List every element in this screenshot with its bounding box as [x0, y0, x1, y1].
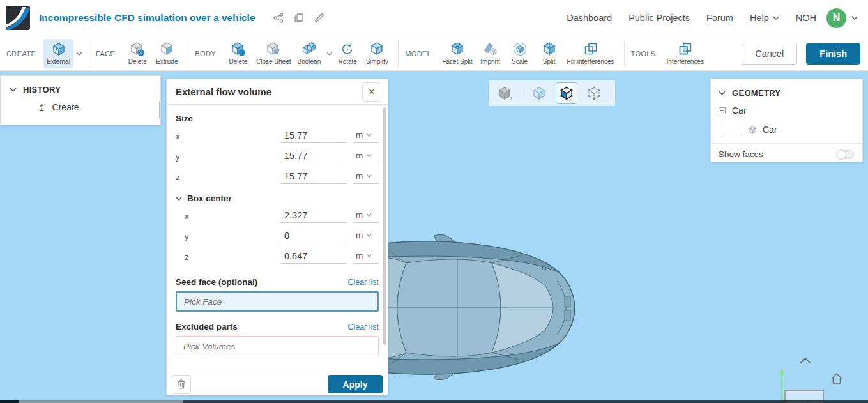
box-center-x-input[interactable] [280, 209, 347, 223]
group-label-body: BODY [195, 50, 216, 57]
collapse-chevron-icon [176, 197, 182, 201]
tree-node-car-child[interactable]: Car [748, 125, 862, 135]
pick-volumes-input[interactable] [176, 336, 379, 356]
nav-forum[interactable]: Forum [706, 13, 733, 23]
size-z-unit-select[interactable]: m [353, 170, 379, 184]
toolbar-button-boolean[interactable]: Boolean [294, 39, 324, 68]
box-center-y-row: y m [176, 226, 379, 247]
chevron-down-icon [367, 234, 372, 237]
chevron-down-icon [367, 254, 372, 257]
box-center-z-input[interactable] [280, 250, 347, 264]
group-label-face: FACE [96, 50, 115, 57]
geometry-panel-header[interactable]: GEOMETRY [711, 79, 862, 98]
history-panel-header[interactable]: HISTORY [1, 76, 160, 95]
box-center-z-unit-select[interactable]: m [353, 250, 379, 264]
toolbar-button-close-sheet[interactable]: Close Sheet [253, 39, 294, 68]
view-mode-translucent-button[interactable] [528, 82, 550, 104]
body-delete-icon [231, 42, 246, 57]
view-mode-shaded-edges-button[interactable] [556, 82, 577, 104]
toolbar-button-external[interactable]: External [43, 39, 73, 68]
share-icon[interactable] [273, 13, 284, 23]
delete-operation-button[interactable] [172, 375, 191, 394]
collapse-chevron-icon [10, 87, 17, 92]
nav-rotate-up-chevron[interactable] [801, 358, 810, 363]
box-center-x-unit-select[interactable]: m [353, 209, 379, 223]
seed-face-clear-list-link[interactable]: Clear list [347, 278, 379, 287]
group-label-model: MODEL [405, 50, 431, 57]
create-operation-icon: ↥ [38, 103, 46, 112]
panel-resize-handle[interactable] [712, 121, 715, 138]
toolbar-button-body-delete[interactable]: Delete [224, 39, 253, 68]
dialog-scrollbar[interactable] [383, 107, 386, 345]
size-y-unit-select[interactable]: m [353, 149, 379, 163]
scale-icon [512, 42, 528, 57]
shaded-edges-cube-icon [559, 86, 574, 101]
external-dropdown-chevron-icon[interactable] [76, 52, 82, 56]
simscale-logo[interactable] [6, 6, 30, 30]
nav-help[interactable]: Help [750, 13, 779, 23]
tree-collapse-box-icon[interactable] [719, 107, 726, 114]
view-mode-solid-button[interactable] [494, 82, 516, 104]
size-x-input[interactable] [280, 129, 347, 143]
geometry-panel: GEOMETRY Car Car Show faces [710, 79, 863, 162]
home-view-icon[interactable] [832, 374, 842, 383]
solid-body-cube-icon [748, 125, 758, 135]
nav-public-projects[interactable]: Public Projects [628, 13, 690, 23]
boolean-icon [301, 42, 317, 57]
nav-dashboard[interactable]: Dashboard [567, 13, 612, 23]
toolbar-button-fix-interferences[interactable]: Fix interferences [564, 39, 618, 68]
duplicate-icon[interactable] [294, 13, 304, 23]
facet-split-icon [450, 42, 465, 57]
external-flow-cube-icon [51, 42, 66, 57]
toolbar-button-interferences[interactable]: Interferences [664, 39, 707, 68]
size-section-label: Size [176, 114, 379, 123]
toolbar-button-facet-split[interactable]: Facet Split [439, 39, 475, 68]
excluded-parts-clear-list-link[interactable]: Clear list [347, 323, 379, 331]
toolbar-button-extrude[interactable]: Extrude [152, 39, 181, 68]
imprint-icon [483, 42, 498, 57]
toolbar-group-face: FACE Delete Extrude [89, 39, 188, 68]
horizontal-scrollbar-thumb[interactable] [19, 400, 183, 403]
toolbar-button-scale[interactable]: Scale [505, 39, 535, 68]
close-sheet-icon [266, 42, 281, 57]
size-x-unit-select[interactable]: m [353, 129, 379, 143]
edit-pencil-icon[interactable] [314, 13, 324, 23]
finish-button[interactable]: Finish [806, 43, 860, 65]
size-z-input[interactable] [280, 170, 347, 184]
toolbar-button-rotate[interactable]: Rotate [333, 39, 362, 68]
panel-resize-handle[interactable] [158, 102, 161, 118]
cancel-button[interactable]: Cancel [742, 43, 797, 65]
size-y-input[interactable] [280, 149, 347, 163]
group-label-create: CREATE [6, 50, 36, 57]
toolbar-button-split[interactable]: Split [535, 39, 564, 68]
geometry-tree: Car Car [711, 105, 862, 135]
avatar[interactable]: N [826, 8, 846, 28]
excluded-parts-label: Excluded parts [176, 322, 238, 331]
geometry-panel-title: GEOMETRY [732, 88, 780, 98]
collapse-chevron-icon [719, 91, 726, 95]
show-faces-toggle[interactable] [837, 150, 855, 159]
close-icon[interactable]: × [362, 82, 381, 102]
toolbar-button-imprint[interactable]: Imprint [476, 39, 505, 68]
chevron-down-icon [773, 16, 779, 20]
toolbar-button-face-delete[interactable]: Delete [123, 39, 152, 68]
rotate-icon [340, 42, 355, 57]
box-center-y-unit-select[interactable]: m [353, 229, 379, 243]
show-faces-label: Show faces [719, 149, 763, 159]
tree-node-car-root[interactable]: Car [719, 105, 862, 116]
trash-icon [177, 379, 186, 389]
box-center-y-input[interactable] [280, 229, 347, 243]
box-center-section-header[interactable]: Box center [176, 194, 379, 203]
size-x-row: x m [176, 126, 379, 146]
horizontal-scrollbar[interactable] [0, 400, 868, 403]
history-panel-title: HISTORY [23, 85, 61, 95]
history-item-create[interactable]: ↥ Create [38, 102, 160, 112]
view-mode-vertices-button[interactable] [583, 82, 605, 104]
boolean-dropdown-chevron-icon[interactable] [326, 52, 333, 56]
apply-button[interactable]: Apply [328, 375, 383, 393]
chevron-down-icon [367, 133, 372, 137]
pick-face-input[interactable] [176, 291, 379, 312]
user-menu[interactable]: N [826, 8, 858, 28]
toolbar-button-simplify[interactable]: Simplify [362, 39, 392, 68]
toolbar-group-model: MODEL Facet Split Imprint Scale [398, 39, 623, 68]
